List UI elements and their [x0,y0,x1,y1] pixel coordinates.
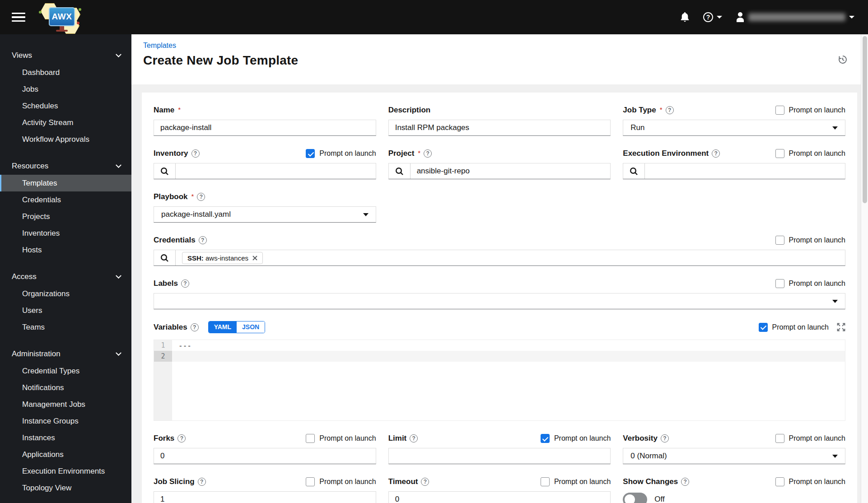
forks-input[interactable] [154,448,376,464]
awx-logo[interactable]: AWX [37,2,80,33]
help-menu[interactable]: ? [703,12,722,22]
yaml-toggle-button[interactable]: YAML [209,321,237,333]
variables-label: Variables [154,323,187,332]
search-icon[interactable] [154,163,176,179]
sidebar-item-schedules[interactable]: Schedules [0,98,131,114]
description-input[interactable] [388,120,611,136]
help-icon[interactable]: ? [410,434,418,442]
sidebar-item-users[interactable]: Users [0,302,131,319]
sidebar-item-credentials[interactable]: Credentials [0,191,131,208]
json-toggle-button[interactable]: JSON [237,321,265,333]
help-icon[interactable]: ? [198,478,206,486]
search-icon[interactable] [623,163,645,179]
help-icon[interactable]: ? [199,236,207,244]
job-type-label: Job Type [623,106,656,115]
sidebar-item-templates[interactable]: Templates [0,175,131,191]
sidebar-item-hosts[interactable]: Hosts [0,242,131,258]
required-asterisk: * [660,106,663,113]
user-menu[interactable] [736,12,854,22]
help-icon[interactable]: ? [421,478,429,486]
help-icon[interactable]: ? [197,193,205,201]
variables-code-editor[interactable]: 1 2 --- [154,340,845,421]
forks-prompt-checkbox[interactable] [306,434,315,443]
labels-select[interactable] [154,293,845,309]
sidebar-group-resources[interactable]: Resources [0,158,131,175]
description-label: Description [388,106,431,115]
credentials-prompt-checkbox[interactable] [775,236,784,245]
sidebar-item-projects[interactable]: Projects [0,208,131,225]
search-icon[interactable] [389,163,411,179]
code-line[interactable]: --- [172,340,845,351]
help-icon[interactable]: ? [177,434,186,442]
job-type-prompt-checkbox[interactable] [775,106,784,115]
nav-toggle-icon[interactable] [12,10,25,24]
sidebar-group-views[interactable]: Views [0,47,131,64]
history-icon[interactable] [837,54,848,65]
variables-prompt-checkbox[interactable] [759,323,768,332]
sidebar-item-organizations[interactable]: Organizations [0,285,131,302]
job-slicing-input[interactable] [154,491,376,503]
sidebar-item-teams[interactable]: Teams [0,319,131,335]
logo-monitor: AWX [49,7,75,26]
sidebar-group-administration[interactable]: Administration [0,345,131,363]
prompt-on-launch-label: Prompt on launch [319,434,376,442]
timeout-prompt-checkbox[interactable] [541,477,550,486]
breadcrumb[interactable]: Templates [143,42,176,50]
execution-environment-value[interactable] [645,163,845,179]
sidebar-item-jobs[interactable]: Jobs [0,81,131,98]
close-icon[interactable] [252,256,257,261]
chevron-down-icon [363,213,369,216]
credential-chip[interactable]: SSH: aws-instances [182,252,263,264]
sidebar-item-notifications[interactable]: Notifications [0,379,131,396]
limit-prompt-checkbox[interactable] [541,434,550,443]
expand-icon[interactable] [837,323,845,331]
show-changes-toggle[interactable] [623,493,647,503]
execution-environment-prompt-checkbox[interactable] [775,149,784,158]
sidebar-item-inventories[interactable]: Inventories [0,225,131,242]
verbosity-prompt-checkbox[interactable] [775,434,784,443]
sidebar-item-instances[interactable]: Instances [0,429,131,446]
sidebar-group-access[interactable]: Access [0,268,131,285]
inventory-prompt-checkbox[interactable] [306,149,315,158]
sidebar-item-management-jobs[interactable]: Management Jobs [0,396,131,413]
playbook-select[interactable]: package-install.yaml [154,206,376,223]
timeout-input[interactable] [388,491,611,503]
help-icon[interactable]: ? [681,478,689,486]
help-icon[interactable]: ? [424,149,432,158]
name-input[interactable] [154,120,376,136]
sidebar-item-instance-groups[interactable]: Instance Groups [0,413,131,429]
help-icon[interactable]: ? [181,279,189,288]
help-icon[interactable]: ? [661,434,669,442]
sidebar-item-topology-view[interactable]: Topology View [0,480,131,496]
project-value[interactable]: ansible-git-repo [411,163,611,179]
inventory-value[interactable] [176,163,376,179]
field-forks: Forks ? Prompt on launch [154,433,376,464]
help-icon[interactable]: ? [712,149,720,158]
field-verbosity: Verbosity ? Prompt on launch 0 (Normal) [623,433,845,464]
chevron-down-icon [832,126,838,130]
limit-input[interactable] [388,448,611,464]
notifications-bell-icon[interactable] [680,12,690,23]
help-icon[interactable]: ? [666,106,674,114]
job-slicing-prompt-checkbox[interactable] [306,477,315,486]
page-scrollbar[interactable] [861,34,868,503]
sidebar-item-execution-environments[interactable]: Execution Environments [0,463,131,480]
field-project: Project * ? ansible-git-repo [388,148,611,179]
sidebar-item-dashboard[interactable]: Dashboard [0,64,131,81]
search-icon[interactable] [154,250,176,265]
code-line[interactable] [172,351,845,362]
sidebar-item-workflow-approvals[interactable]: Workflow Approvals [0,131,131,148]
scrollbar-thumb[interactable] [863,36,867,203]
verbosity-select[interactable]: 0 (Normal) [623,448,845,464]
field-name: Name * [154,104,376,136]
help-icon[interactable]: ? [191,323,199,331]
show-changes-prompt-checkbox[interactable] [775,477,784,486]
sidebar-item-activity-stream[interactable]: Activity Stream [0,114,131,131]
required-asterisk: * [178,106,181,113]
help-icon[interactable]: ? [191,149,200,158]
sidebar-item-credential-types[interactable]: Credential Types [0,363,131,379]
field-job-slicing: Job Slicing ? Prompt on launch [154,476,376,503]
sidebar-item-applications[interactable]: Applications [0,446,131,463]
job-type-select[interactable]: Run [623,120,845,136]
labels-prompt-checkbox[interactable] [775,279,784,288]
